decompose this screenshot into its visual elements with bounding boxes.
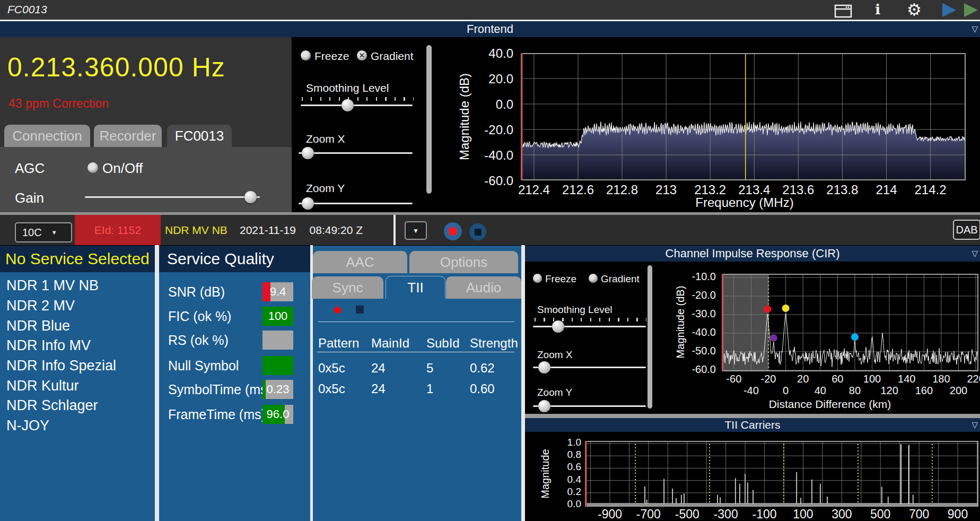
cir-zoom-y-slider[interactable] bbox=[533, 400, 646, 413]
service-list-item[interactable]: NDR Schlager bbox=[0, 396, 155, 416]
freeze-radio[interactable] bbox=[301, 50, 311, 60]
tii-table-header: SubId bbox=[426, 336, 460, 351]
spectrum-xtick: 213.6 bbox=[782, 183, 814, 197]
service-list-item[interactable]: NDR Info Spezial bbox=[0, 356, 155, 376]
gradient-checkbox[interactable] bbox=[357, 50, 367, 60]
slider-track[interactable] bbox=[533, 326, 646, 327]
ppm-correction: 43 ppm Correction bbox=[8, 97, 109, 111]
tii-xtick: -100 bbox=[752, 507, 777, 521]
agc-toggle-label: On/Off bbox=[102, 160, 143, 177]
slider-track[interactable] bbox=[299, 152, 413, 154]
play-icon-secondary[interactable] bbox=[964, 3, 978, 17]
selected-service-label: No Service Selected bbox=[5, 250, 150, 268]
service-list-item[interactable]: NDR Blue bbox=[0, 316, 155, 336]
tii-xtick: 900 bbox=[948, 507, 968, 521]
record-button[interactable] bbox=[444, 222, 462, 240]
cir-zoom-x-label: Zoom X bbox=[537, 349, 573, 361]
cir-xtick: 200 bbox=[950, 385, 967, 397]
utc-datetime: 2021-11-19 08:49:20 Z bbox=[240, 224, 363, 237]
quality-row-label: FIC (ok %) bbox=[168, 309, 231, 324]
zoom-y-label: Zoom Y bbox=[306, 182, 345, 195]
tab-sync[interactable]: Sync bbox=[312, 276, 383, 299]
eid-badge: EId: 1152 bbox=[75, 215, 161, 245]
channel-select[interactable]: 10C ▼ bbox=[15, 222, 72, 242]
cir-xtick: 140 bbox=[898, 373, 915, 385]
cir-zoom-x-slider[interactable] bbox=[533, 361, 646, 374]
cir-smoothing-slider[interactable] bbox=[533, 320, 646, 333]
service-list-item[interactable]: NDR 1 MV NB bbox=[0, 276, 155, 296]
play-icon-primary[interactable] bbox=[942, 3, 956, 17]
tii-ytick: 0.2 bbox=[554, 486, 581, 498]
sync-indicator-square bbox=[356, 306, 364, 314]
tab-fc0013[interactable]: FC0013 bbox=[167, 125, 232, 147]
collapse-icon[interactable]: ▽ bbox=[972, 420, 978, 430]
quality-bar bbox=[262, 331, 293, 350]
recorder-dropdown-button[interactable]: ▼ bbox=[405, 221, 427, 240]
tab-recorder[interactable]: Recorder bbox=[94, 125, 162, 147]
spectrum-xtick: 214 bbox=[876, 183, 897, 197]
smoothing-slider[interactable] bbox=[301, 99, 413, 112]
tab-tii[interactable]: TII bbox=[386, 276, 445, 299]
tab-connection[interactable]: Connection bbox=[4, 125, 90, 147]
slider-handle[interactable] bbox=[538, 400, 550, 412]
slider-handle[interactable] bbox=[342, 99, 354, 111]
collapse-icon[interactable]: ▽ bbox=[972, 249, 978, 258]
tii-carriers-chart[interactable] bbox=[585, 441, 978, 507]
tii-xtick: -700 bbox=[636, 507, 661, 521]
zoom-x-slider[interactable] bbox=[299, 147, 413, 160]
splitter-handle[interactable] bbox=[521, 245, 525, 521]
cir-freeze-radio[interactable] bbox=[533, 274, 542, 283]
controls-scrollbar[interactable] bbox=[426, 45, 432, 194]
tii-table-cell: 24 bbox=[371, 381, 386, 396]
slider-track[interactable] bbox=[85, 196, 260, 198]
title-bar: FC0013 ℹ ⚙ bbox=[0, 0, 980, 20]
slider-handle[interactable] bbox=[244, 191, 257, 203]
spectrum-ytick: 0.0 bbox=[473, 97, 513, 112]
spectrum-xtick: 213.8 bbox=[826, 183, 858, 197]
agc-toggle[interactable] bbox=[88, 162, 98, 173]
tii-ytick: 0.4 bbox=[554, 474, 581, 485]
slider-track[interactable] bbox=[301, 105, 413, 106]
quality-bar-value: 9.4 bbox=[262, 282, 293, 301]
service-list-item[interactable]: NDR Info MV bbox=[0, 336, 155, 356]
tii-carriers-header-label: TII Carriers bbox=[725, 419, 781, 431]
tab-audio[interactable]: Audio bbox=[446, 276, 521, 299]
tii-table: PatternMainIdSubIdStrength0x5c2450.620x5… bbox=[313, 334, 521, 403]
splitter-handle[interactable] bbox=[155, 245, 159, 521]
cir-chart[interactable] bbox=[722, 274, 978, 371]
service-list: NDR 1 MV NBNDR 2 MVNDR BlueNDR Info MVND… bbox=[0, 272, 155, 521]
service-list-header: No Service Selected bbox=[0, 246, 155, 272]
cir-smoothing-label: Smoothing Level bbox=[537, 304, 612, 316]
collapse-icon[interactable]: ▽ bbox=[972, 24, 978, 34]
splitter-handle[interactable] bbox=[525, 414, 980, 418]
mode-label: DAB bbox=[956, 224, 977, 236]
tab-options[interactable]: Options bbox=[409, 251, 518, 273]
slider-handle[interactable] bbox=[552, 320, 564, 333]
info-icon[interactable]: ℹ bbox=[875, 1, 880, 18]
quality-bar-value: 0.23 bbox=[262, 380, 293, 399]
tii-table-header: MainId bbox=[371, 336, 409, 351]
quality-bar: 0.23 bbox=[262, 380, 293, 399]
spectrum-xtick: 213.2 bbox=[694, 183, 726, 197]
spectrum-ytick: -60.0 bbox=[473, 173, 513, 188]
gain-slider[interactable] bbox=[85, 191, 260, 204]
tii-ytick: 0.6 bbox=[554, 461, 581, 473]
zoom-y-slider[interactable] bbox=[299, 197, 413, 210]
slider-handle[interactable] bbox=[538, 361, 550, 374]
service-list-item[interactable]: NDR Kultur bbox=[0, 376, 155, 396]
spectrum-chart[interactable] bbox=[521, 53, 966, 180]
service-list-item[interactable]: N-JOY bbox=[0, 416, 155, 436]
cir-scrollbar[interactable] bbox=[648, 265, 652, 409]
stop-button[interactable] bbox=[469, 223, 486, 240]
cir-gradient-radio[interactable] bbox=[589, 274, 598, 283]
chevron-down-icon: ▼ bbox=[51, 229, 57, 236]
slider-handle[interactable] bbox=[302, 197, 314, 210]
slider-handle[interactable] bbox=[302, 147, 314, 159]
tab-aac[interactable]: AAC bbox=[313, 251, 407, 273]
slider-track[interactable] bbox=[299, 203, 413, 204]
ensemble-name: NDR MV NB bbox=[165, 224, 228, 237]
tii-table-cell: 1 bbox=[426, 381, 433, 396]
service-list-item[interactable]: NDR 2 MV bbox=[0, 296, 155, 316]
gear-icon[interactable]: ⚙ bbox=[907, 0, 922, 20]
window-icon[interactable] bbox=[834, 4, 852, 18]
